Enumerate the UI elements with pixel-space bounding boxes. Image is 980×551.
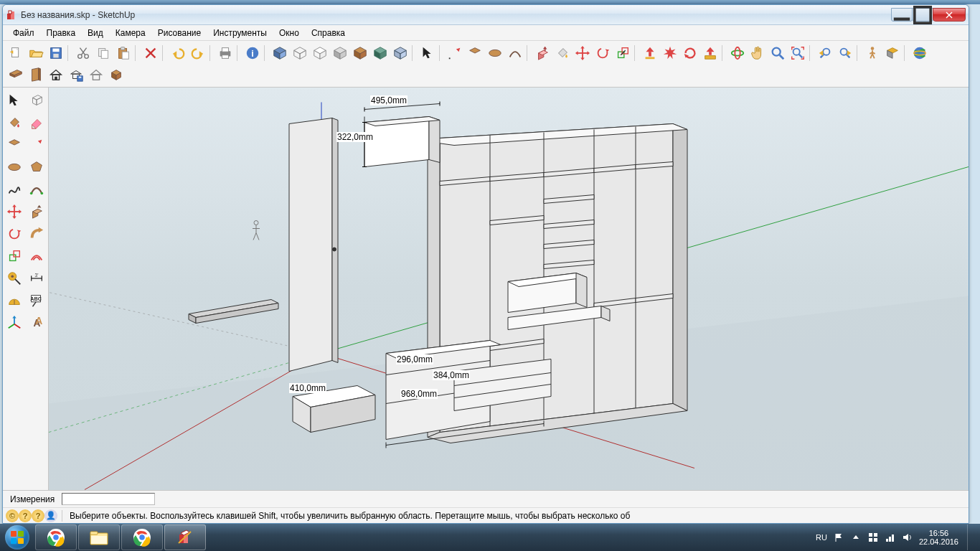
paste-icon[interactable] — [113, 43, 133, 63]
rectangle-side-icon[interactable] — [4, 135, 24, 155]
start-button[interactable] — [0, 524, 34, 551]
show-desktop-button[interactable] — [967, 524, 974, 550]
orbit-icon[interactable] — [727, 43, 748, 63]
maximize-button[interactable] — [912, 8, 933, 22]
rotate-side-icon[interactable] — [4, 224, 24, 244]
move-tool-icon[interactable] — [573, 43, 593, 63]
menu-edit[interactable]: Правка — [41, 27, 82, 39]
monochrome-icon[interactable] — [370, 43, 390, 63]
push-pull-icon[interactable] — [532, 43, 552, 63]
taskbar-explorer[interactable] — [78, 524, 120, 550]
menu-draw[interactable]: Рисование — [152, 27, 207, 39]
rotate-tool-icon[interactable] — [593, 43, 613, 63]
iso-view-icon[interactable] — [270, 43, 290, 63]
menu-tools[interactable]: Инструменты — [207, 27, 273, 39]
redo-icon[interactable] — [188, 43, 208, 63]
board-component-icon[interactable] — [6, 65, 26, 85]
menu-view[interactable]: Вид — [82, 27, 109, 39]
tape-measure-icon[interactable] — [4, 268, 24, 288]
language-indicator[interactable]: RU — [816, 533, 827, 542]
copy-icon[interactable] — [93, 43, 113, 63]
move-side-icon[interactable] — [4, 202, 24, 222]
arc-side-icon[interactable] — [27, 179, 47, 199]
walk-icon[interactable] — [862, 43, 882, 63]
help-icon[interactable]: ? — [19, 509, 32, 522]
line-tool-icon[interactable] — [445, 43, 465, 63]
house-component-icon[interactable] — [46, 65, 66, 85]
minimize-button[interactable] — [891, 8, 913, 22]
hidden-line-icon[interactable] — [310, 43, 330, 63]
menu-file[interactable]: Файл — [7, 27, 40, 39]
box-component-icon[interactable] — [106, 65, 126, 85]
wireframe-icon[interactable] — [290, 43, 310, 63]
follow-me-icon[interactable] — [27, 224, 47, 244]
tray-clock[interactable]: 16:56 22.04.2016 — [919, 529, 958, 546]
new-file-icon[interactable] — [6, 43, 26, 63]
tray-expand-icon[interactable] — [850, 532, 862, 543]
previous-view-icon[interactable] — [815, 43, 835, 63]
eraser-icon[interactable] — [27, 113, 47, 133]
menu-window[interactable]: Окно — [273, 27, 305, 39]
section-icon[interactable] — [882, 43, 903, 63]
undo-icon[interactable] — [168, 43, 188, 63]
share-icon[interactable] — [700, 43, 720, 63]
rectangle-tool-icon[interactable] — [465, 43, 485, 63]
help2-icon[interactable]: ? — [32, 509, 44, 522]
flag-icon[interactable] — [833, 532, 844, 543]
scale-side-icon[interactable] — [4, 246, 24, 266]
arc-tool-icon[interactable] — [505, 43, 525, 63]
volume-icon[interactable] — [902, 532, 913, 543]
geo-location-icon[interactable] — [910, 43, 930, 63]
network-icon[interactable] — [885, 532, 896, 543]
3d-text-icon[interactable]: AA — [27, 313, 47, 333]
circle-side-icon[interactable] — [4, 157, 24, 177]
pan-icon[interactable] — [748, 43, 768, 63]
model-info-icon[interactable]: i — [242, 43, 263, 63]
push-pull-side-icon[interactable] — [27, 202, 47, 222]
explode-icon[interactable] — [660, 43, 680, 63]
polygon-side-icon[interactable] — [27, 157, 47, 177]
taskbar-chrome-2[interactable] — [121, 524, 163, 550]
reload-icon[interactable] — [680, 43, 700, 63]
upload-icon[interactable] — [640, 43, 660, 63]
scale-tool-icon[interactable] — [613, 43, 633, 63]
charms-icon[interactable] — [867, 532, 879, 543]
select-icon[interactable] — [4, 90, 24, 110]
menu-help[interactable]: Справка — [306, 27, 351, 39]
titlebar[interactable]: Без названия.skp - SketchUp — [3, 5, 969, 25]
outline-component-icon[interactable] — [86, 65, 106, 85]
taskbar-sketchup[interactable] — [164, 524, 206, 550]
cut-icon[interactable] — [73, 43, 93, 63]
select-tool-icon[interactable] — [418, 43, 438, 63]
xray-icon[interactable] — [390, 43, 410, 63]
viewport[interactable]: 495,0mm 322,0mm 296,0mm 384,0mm 968,0mm … — [49, 88, 969, 490]
menu-camera[interactable]: Камера — [110, 27, 151, 39]
axes-icon[interactable] — [4, 313, 24, 333]
open-file-icon[interactable] — [26, 43, 46, 63]
save-file-icon[interactable] — [46, 43, 66, 63]
make-component-icon[interactable] — [27, 90, 47, 110]
shaded-textures-icon[interactable] — [350, 43, 370, 63]
user-icon[interactable]: 👤 — [44, 509, 57, 522]
dimension-icon[interactable]: 3' — [27, 268, 47, 288]
next-view-icon[interactable] — [835, 43, 855, 63]
shaded-icon[interactable] — [330, 43, 350, 63]
panel-component-icon[interactable] — [26, 65, 46, 85]
measurements-input[interactable] — [62, 493, 155, 505]
delete-icon[interactable] — [141, 43, 161, 63]
paint-bucket-side-icon[interactable] — [4, 113, 24, 133]
protractor-icon[interactable] — [4, 291, 24, 311]
zoom-extents-icon[interactable] — [788, 43, 808, 63]
taskbar-chrome-1[interactable] — [35, 524, 77, 550]
text-tool-icon[interactable]: ABC — [27, 291, 47, 311]
circle-tool-icon[interactable] — [485, 43, 505, 63]
save-component-icon[interactable] — [66, 65, 86, 85]
print-icon[interactable] — [215, 43, 235, 63]
freehand-icon[interactable] — [4, 179, 24, 199]
offset-icon[interactable] — [27, 246, 47, 266]
paint-bucket-icon[interactable] — [552, 43, 573, 63]
credits-icon[interactable]: © — [6, 509, 19, 522]
close-button[interactable] — [933, 8, 966, 22]
taskbar[interactable]: RU 16:56 22.04.2016 — [0, 524, 980, 551]
zoom-icon[interactable] — [768, 43, 788, 63]
